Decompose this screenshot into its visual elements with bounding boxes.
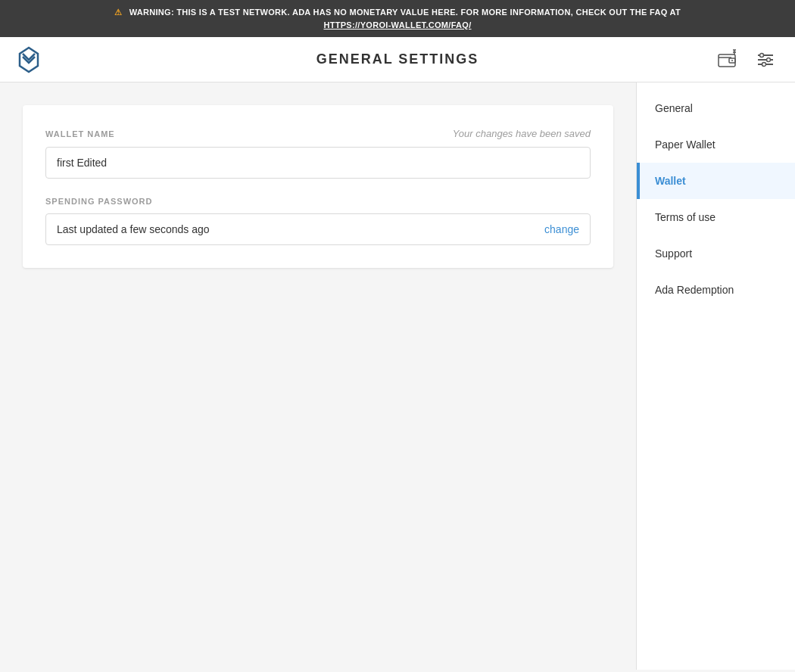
spending-password-header: SPENDING PASSWORD	[45, 197, 591, 206]
warning-text: WARNING: THIS IS A TEST NETWORK. ADA HAS…	[129, 8, 681, 17]
wallet-icon-button[interactable]	[713, 45, 742, 74]
spending-password-field: Last updated a few seconds ago change	[45, 213, 591, 245]
sidebar-item-ada-redemption[interactable]: Ada Redemption	[637, 272, 795, 308]
spending-password-value: Last updated a few seconds ago	[57, 223, 210, 235]
settings-icon	[754, 48, 777, 71]
sidebar-item-terms-of-use[interactable]: Terms of use	[637, 199, 795, 235]
content-area: WALLET NAME Your changes have been saved…	[0, 82, 636, 670]
settings-icon-button[interactable]	[751, 45, 780, 74]
warning-link[interactable]: HTTPS://YOROI-WALLET.COM/FAQ/	[12, 19, 783, 32]
warning-icon: ⚠	[114, 6, 122, 19]
sidebar: General Paper Wallet Wallet Terms of use…	[636, 82, 795, 670]
wallet-name-header: WALLET NAME Your changes have been saved	[45, 128, 591, 139]
wallet-name-input[interactable]	[45, 147, 591, 179]
sidebar-item-support[interactable]: Support	[637, 235, 795, 272]
logo	[15, 46, 42, 73]
svg-point-7	[760, 53, 764, 57]
main-layout: WALLET NAME Your changes have been saved…	[0, 82, 795, 670]
sidebar-item-paper-wallet[interactable]: Paper Wallet	[637, 126, 795, 163]
wallet-name-label: WALLET NAME	[45, 129, 115, 138]
svg-point-3	[731, 60, 733, 61]
warning-banner: ⚠ WARNING: THIS IS A TEST NETWORK. ADA H…	[0, 0, 795, 37]
settings-card: WALLET NAME Your changes have been saved…	[23, 105, 613, 268]
page-title: GENERAL SETTINGS	[316, 51, 479, 67]
header: GENERAL SETTINGS	[0, 37, 795, 82]
svg-point-9	[762, 62, 766, 66]
change-password-button[interactable]: change	[544, 223, 579, 235]
yoroi-logo-icon	[15, 46, 42, 73]
svg-point-8	[767, 58, 771, 61]
wallet-icon	[716, 48, 739, 71]
header-actions	[713, 45, 780, 74]
sidebar-item-general[interactable]: General	[637, 90, 795, 126]
spending-password-label: SPENDING PASSWORD	[45, 197, 152, 206]
save-message: Your changes have been saved	[453, 128, 591, 139]
sidebar-item-wallet[interactable]: Wallet	[637, 163, 795, 199]
